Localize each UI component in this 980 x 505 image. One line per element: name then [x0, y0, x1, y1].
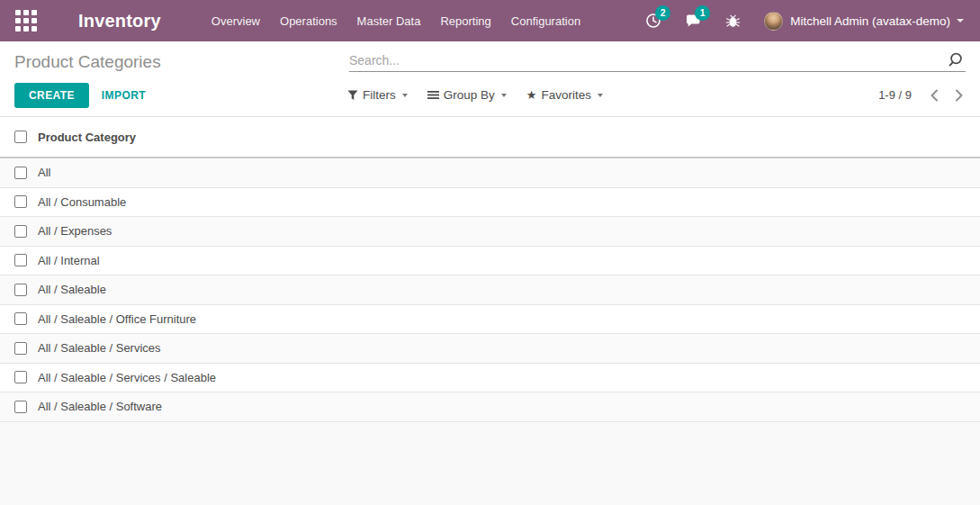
- user-name: Mitchell Admin (avatax-demo): [790, 14, 950, 28]
- chevron-down-icon: [598, 94, 603, 97]
- row-checkbox[interactable]: [14, 167, 27, 179]
- list-lines-icon: [427, 90, 439, 100]
- search-bar: [349, 49, 966, 72]
- debug-menu-button[interactable]: [725, 13, 741, 29]
- messages-menu-button[interactable]: 1: [685, 13, 702, 29]
- row-checkbox[interactable]: [14, 254, 27, 266]
- activity-menu-button[interactable]: 2: [645, 13, 661, 29]
- table-row[interactable]: All: [0, 158, 980, 188]
- apps-menu-icon[interactable]: [15, 10, 37, 32]
- user-menu-button[interactable]: Mitchell Admin (avatax-demo): [764, 12, 964, 31]
- group-by-dropdown[interactable]: Group By: [427, 88, 507, 102]
- select-all-checkbox[interactable]: [14, 131, 27, 143]
- product-categories-list: Product Category All All / Consumable Al…: [0, 117, 980, 422]
- table-row[interactable]: All / Consumable: [0, 188, 980, 218]
- table-row[interactable]: All / Saleable / Services / Saleable: [0, 364, 980, 393]
- table-row[interactable]: All / Expenses: [0, 217, 980, 247]
- pager-next-button[interactable]: [953, 87, 966, 104]
- nav-item-configuration[interactable]: Configuration: [501, 0, 590, 41]
- action-buttons: CREATE IMPORT: [14, 83, 146, 107]
- chevron-down-icon: [501, 94, 507, 97]
- top-navbar: Inventory Overview Operations Master Dat…: [0, 0, 980, 41]
- category-name: All / Saleable: [38, 283, 106, 296]
- favorites-dropdown[interactable]: ★ Favorites: [526, 88, 603, 102]
- category-name: All / Saleable / Services / Saleable: [38, 371, 216, 384]
- group-by-label: Group By: [444, 88, 495, 102]
- row-checkbox[interactable]: [14, 284, 27, 296]
- pager-previous-button[interactable]: [928, 87, 940, 104]
- row-checkbox[interactable]: [14, 342, 27, 355]
- category-name: All: [38, 166, 50, 179]
- bug-icon: [725, 13, 741, 29]
- breadcrumb-page-title: Product Categories: [14, 52, 161, 72]
- row-checkbox[interactable]: [14, 401, 27, 413]
- messages-count-badge: 1: [695, 5, 710, 21]
- control-panel: Product Categories CREATE IMPORT Filters: [0, 41, 980, 117]
- column-header-product-category: Product Category: [38, 131, 136, 144]
- app-nav-menu: Overview Operations Master Data Reportin…: [202, 0, 590, 41]
- row-checkbox[interactable]: [14, 312, 27, 325]
- search-input[interactable]: [349, 53, 947, 68]
- filters-label: Filters: [363, 88, 396, 102]
- row-checkbox[interactable]: [14, 195, 27, 208]
- star-icon: ★: [526, 89, 537, 101]
- funnel-icon: [347, 90, 358, 101]
- category-name: All / Expenses: [38, 224, 112, 238]
- nav-item-reporting[interactable]: Reporting: [430, 0, 500, 41]
- category-name: All / Consumable: [38, 195, 126, 209]
- activity-count-badge: 2: [655, 5, 670, 21]
- row-checkbox[interactable]: [14, 371, 27, 383]
- category-name: All / Saleable / Office Furniture: [38, 312, 196, 326]
- list-header-row: Product Category: [0, 117, 980, 158]
- table-row[interactable]: All / Saleable: [0, 275, 980, 305]
- create-button[interactable]: CREATE: [14, 83, 89, 108]
- pager-range: 1-9 / 9: [878, 88, 912, 102]
- chevron-down-icon: [402, 94, 408, 97]
- table-row[interactable]: All / Internal: [0, 247, 980, 276]
- pager: 1-9 / 9: [878, 83, 966, 107]
- user-avatar: [764, 12, 783, 31]
- list-body: All All / Consumable All / Expenses All …: [0, 158, 980, 422]
- search-view-controls: Filters Group By ★ Favorites: [347, 83, 623, 107]
- nav-item-overview[interactable]: Overview: [202, 0, 270, 41]
- category-name: All / Saleable / Services: [38, 341, 161, 355]
- filters-dropdown[interactable]: Filters: [347, 88, 408, 102]
- chevron-down-icon: [957, 19, 964, 23]
- systray: 2 1 Mitchell Admin (avatax-demo): [622, 12, 980, 31]
- table-row[interactable]: All / Saleable / Software: [0, 392, 980, 422]
- table-row[interactable]: All / Saleable / Services: [0, 334, 980, 364]
- nav-item-master-data[interactable]: Master Data: [347, 0, 431, 41]
- app-title[interactable]: Inventory: [78, 11, 161, 32]
- category-name: All / Saleable / Software: [38, 400, 162, 413]
- category-name: All / Internal: [38, 254, 100, 267]
- nav-item-operations[interactable]: Operations: [270, 0, 347, 41]
- row-checkbox[interactable]: [14, 225, 27, 238]
- table-row[interactable]: All / Saleable / Office Furniture: [0, 305, 980, 335]
- favorites-label: Favorites: [541, 88, 591, 102]
- search-icon[interactable]: [947, 51, 964, 68]
- import-button[interactable]: IMPORT: [102, 89, 146, 102]
